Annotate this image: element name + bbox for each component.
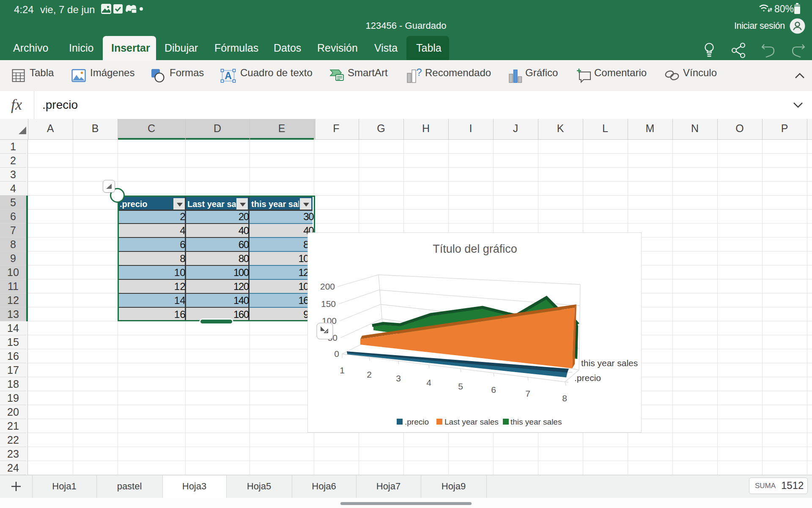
svg-text:3: 3 <box>396 373 401 383</box>
svg-text:2: 2 <box>367 370 372 379</box>
svg-text:200: 200 <box>320 282 335 291</box>
svg-text:?: ? <box>416 68 422 78</box>
svg-text:8: 8 <box>562 393 567 403</box>
svg-text:4: 4 <box>426 378 431 387</box>
svg-text:Last year sales: Last year sales <box>444 417 499 426</box>
svg-text:6: 6 <box>491 385 496 395</box>
svg-text:1: 1 <box>340 365 345 375</box>
svg-text:0: 0 <box>334 349 339 359</box>
svg-text:.precio: .precio <box>405 417 429 426</box>
svg-text:7: 7 <box>525 389 530 398</box>
svg-text:.precio: .precio <box>574 373 601 383</box>
svg-text:this year sales: this year sales <box>581 358 638 368</box>
svg-text:150: 150 <box>321 299 336 309</box>
svg-text:A: A <box>225 70 232 81</box>
svg-text:5: 5 <box>458 381 463 391</box>
svg-text:this year sales: this year sales <box>510 417 562 426</box>
svg-text:Título del gráfico: Título del gráfico <box>433 243 517 255</box>
